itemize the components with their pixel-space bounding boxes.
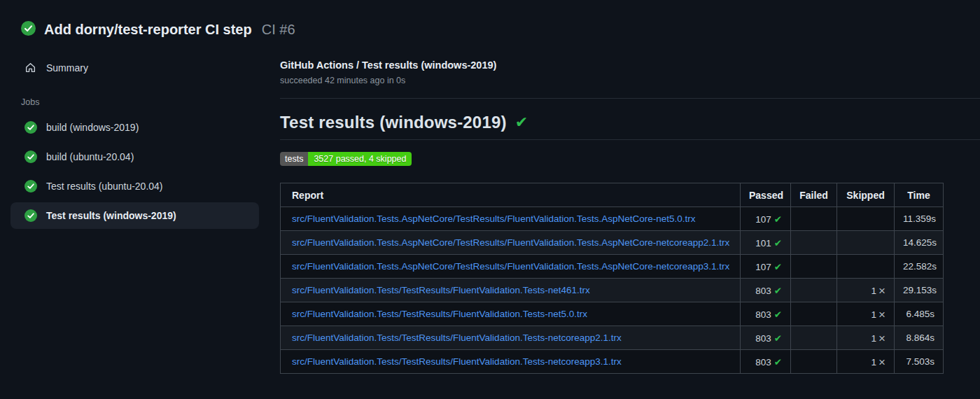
time-cell: 8.864s bbox=[895, 326, 944, 350]
passed-count: 803 bbox=[755, 357, 771, 368]
check-icon: ✔ bbox=[774, 286, 782, 296]
report-link[interactable]: src/FluentValidation.Tests.AspNetCore/Te… bbox=[292, 214, 696, 224]
skipped-cell: 1× bbox=[837, 350, 895, 374]
x-icon: × bbox=[878, 285, 886, 297]
report-heading-title: Test results (windows-2019) bbox=[280, 113, 507, 132]
sidebar-summary-label: Summary bbox=[46, 62, 88, 74]
column-header-time: Time bbox=[895, 183, 944, 207]
column-header-failed: Failed bbox=[791, 183, 837, 207]
check-icon: ✔ bbox=[774, 309, 782, 320]
column-header-skipped: Skipped bbox=[837, 183, 895, 207]
table-row: src/FluentValidation.Tests/TestResults/F… bbox=[281, 302, 944, 326]
failed-cell bbox=[791, 279, 837, 302]
sidebar-item-summary[interactable]: Summary bbox=[10, 56, 259, 79]
time-cell: 14.625s bbox=[895, 231, 944, 255]
home-icon bbox=[24, 62, 36, 74]
report-link[interactable]: src/FluentValidation.Tests.AspNetCore/Te… bbox=[292, 261, 729, 272]
check-icon: ✔ bbox=[774, 238, 782, 248]
run-number: CI #6 bbox=[262, 22, 295, 38]
job-breadcrumb-title: GitHub Actions / Test results (windows-2… bbox=[280, 59, 980, 71]
check-circle-icon bbox=[24, 150, 37, 163]
skipped-count: 1 bbox=[872, 333, 877, 344]
table-row: src/FluentValidation.Tests/TestResults/F… bbox=[281, 350, 944, 374]
report-heading: Test results (windows-2019) ✔ bbox=[280, 113, 980, 140]
job-label: build (ubuntu-20.04) bbox=[46, 151, 134, 162]
table-row: src/FluentValidation.Tests/TestResults/F… bbox=[281, 279, 944, 302]
table-row: src/FluentValidation.Tests.AspNetCore/Te… bbox=[281, 207, 944, 231]
sidebar: Summary Jobs build (windows-2019) build … bbox=[0, 42, 280, 232]
report-link[interactable]: src/FluentValidation.Tests/TestResults/F… bbox=[292, 356, 622, 367]
divider bbox=[280, 98, 980, 99]
skipped-cell bbox=[837, 255, 895, 279]
passed-count: 107 bbox=[755, 214, 771, 225]
skipped-count: 1 bbox=[872, 357, 877, 368]
sidebar-item-test-results-windows[interactable]: Test results (windows-2019) bbox=[10, 202, 259, 229]
column-header-report: Report bbox=[281, 183, 741, 207]
time-cell: 29.153s bbox=[895, 279, 944, 302]
time-cell: 6.485s bbox=[895, 302, 944, 326]
check-icon: ✔ bbox=[774, 214, 782, 225]
time-cell: 7.503s bbox=[895, 350, 944, 374]
check-icon: ✔ bbox=[774, 333, 782, 344]
job-label: build (windows-2019) bbox=[46, 122, 139, 133]
check-icon: ✔ bbox=[774, 262, 782, 272]
check-icon: ✔ bbox=[515, 115, 528, 130]
passed-count: 803 bbox=[755, 309, 771, 320]
report-link[interactable]: src/FluentValidation.Tests/TestResults/F… bbox=[292, 309, 587, 319]
time-cell: 22.582s bbox=[895, 255, 944, 279]
report-link[interactable]: src/FluentValidation.Tests/TestResults/F… bbox=[292, 285, 590, 295]
job-label: Test results (ubuntu-20.04) bbox=[46, 181, 163, 192]
passed-count: 107 bbox=[755, 262, 771, 272]
check-circle-icon bbox=[24, 209, 37, 222]
skipped-cell: 1× bbox=[837, 302, 895, 326]
job-meta: GitHub Actions / Test results (windows-2… bbox=[280, 59, 980, 85]
jobs-section-label: Jobs bbox=[21, 97, 259, 107]
sidebar-item-build-ubuntu[interactable]: build (ubuntu-20.04) bbox=[10, 144, 259, 170]
skipped-cell: 1× bbox=[837, 326, 895, 350]
passed-count: 803 bbox=[755, 286, 771, 296]
failed-cell bbox=[791, 255, 837, 279]
failed-cell bbox=[791, 207, 837, 231]
skipped-cell bbox=[837, 207, 895, 231]
table-header-row: Report Passed Failed Skipped Time bbox=[281, 183, 944, 207]
run-title: Add dorny/test-reporter CI step bbox=[44, 22, 252, 38]
x-icon: × bbox=[878, 309, 886, 321]
job-label: Test results (windows-2019) bbox=[46, 210, 176, 221]
skipped-count: 1 bbox=[872, 286, 877, 296]
skipped-cell: 1× bbox=[837, 279, 895, 302]
sidebar-item-test-results-ubuntu[interactable]: Test results (ubuntu-20.04) bbox=[10, 173, 259, 200]
x-icon: × bbox=[878, 356, 886, 368]
success-check-circle-icon bbox=[21, 21, 36, 38]
passed-count: 101 bbox=[755, 238, 771, 248]
badge-value: 3527 passed, 4 skipped bbox=[308, 152, 412, 166]
skipped-cell bbox=[837, 231, 895, 255]
failed-cell bbox=[791, 302, 837, 326]
run-header: Add dorny/test-reporter CI step CI #6 bbox=[0, 0, 980, 42]
tests-status-badge: tests 3527 passed, 4 skipped bbox=[280, 152, 412, 166]
test-results-table: Report Passed Failed Skipped Time src/Fl… bbox=[280, 183, 944, 374]
column-header-passed: Passed bbox=[741, 183, 791, 207]
job-status-line: succeeded 42 minutes ago in 0s bbox=[280, 76, 980, 85]
passed-count: 803 bbox=[755, 333, 771, 344]
badge-label: tests bbox=[280, 152, 308, 166]
table-row: src/FluentValidation.Tests.AspNetCore/Te… bbox=[281, 231, 944, 255]
failed-cell bbox=[791, 231, 837, 255]
failed-cell bbox=[791, 326, 837, 350]
report-link[interactable]: src/FluentValidation.Tests/TestResults/F… bbox=[292, 332, 622, 343]
check-icon: ✔ bbox=[774, 357, 782, 368]
skipped-count: 1 bbox=[872, 309, 877, 320]
check-circle-icon bbox=[24, 121, 37, 134]
table-row: src/FluentValidation.Tests/TestResults/F… bbox=[281, 326, 944, 350]
check-circle-icon bbox=[24, 180, 37, 192]
report-link[interactable]: src/FluentValidation.Tests.AspNetCore/Te… bbox=[292, 237, 729, 248]
table-row: src/FluentValidation.Tests.AspNetCore/Te… bbox=[281, 255, 944, 279]
main-content: GitHub Actions / Test results (windows-2… bbox=[280, 42, 980, 374]
time-cell: 11.359s bbox=[895, 207, 944, 231]
failed-cell bbox=[791, 350, 837, 374]
sidebar-item-build-windows[interactable]: build (windows-2019) bbox=[10, 114, 259, 141]
x-icon: × bbox=[878, 332, 886, 344]
